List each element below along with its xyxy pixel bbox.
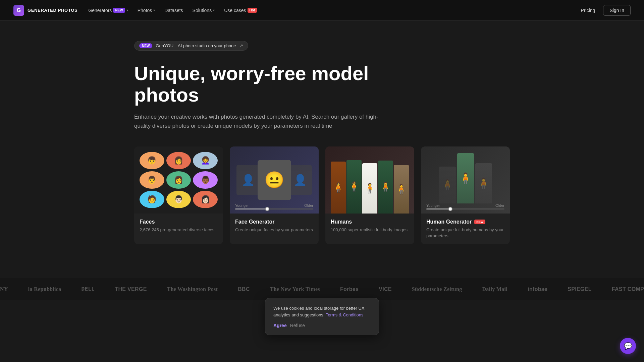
nav-photos[interactable]: Photos ▾ (138, 8, 155, 13)
nav-generators[interactable]: Generators New ▾ (88, 8, 128, 13)
face-5: 👩 (166, 171, 191, 189)
main-content: New GenYOU—AI photo studio on your phone… (121, 21, 523, 278)
cookie-refuse-button[interactable]: Refuse (290, 323, 305, 328)
brands-track: NY la Repubblica DELL THE VERGE The Wash… (0, 286, 644, 292)
human-generator-desc: Create unique full-body humans by your p… (426, 227, 504, 239)
humans-card[interactable]: 🧍 🧍 🧍 🧍 🧍 Humans 100,000 super realistic… (325, 146, 414, 244)
brand-sueddeutsche: Süddeutsche Zeitung (412, 286, 462, 292)
human-3: 🧍 (362, 163, 377, 214)
brand-forbes: Forbes (340, 286, 359, 292)
age-slider-fill (235, 208, 266, 209)
human-gen-slider-labels: Younger Older (426, 203, 504, 207)
human-generator-title: Human Generator New (426, 219, 504, 225)
brand-washingtonpost: The Washington Post (167, 286, 218, 292)
logo[interactable]: G GENERATED PHOTOS (13, 5, 77, 16)
face-gen-main: 😐 (258, 160, 291, 200)
announcement-banner[interactable]: New GenYOU—AI photo studio on your phone… (134, 41, 248, 51)
brand-bbc: BBC (238, 286, 250, 292)
faces-grid: 👦 👩 👩‍🦱 👨 👩 👨🏾 🧑 👨🏻 👩🏻 (134, 146, 223, 214)
face-generator-card-info: Face Generator Create unique faces by yo… (230, 214, 319, 238)
announcement-text: GenYOU—AI photo studio on your phone (156, 43, 236, 48)
announcement-badge: New (139, 43, 152, 48)
brand-dailymail: Daily Mail (482, 286, 507, 292)
human-gen-younger-label: Younger (426, 203, 440, 207)
faces-card-image: 👦 👩 👩‍🦱 👨 👩 👨🏾 🧑 👨🏻 👩🏻 (134, 146, 223, 214)
logo-text: GENERATED PHOTOS (28, 8, 77, 13)
brand-spiegel: SPIEGEL (568, 286, 592, 292)
brand-infobae: infobae (528, 286, 547, 292)
face-gen-right: 👤 (288, 165, 312, 195)
human-gen-slider-track[interactable] (426, 208, 504, 209)
human-5: 🧍 (394, 165, 409, 214)
cards-grid: 👦 👩 👩‍🦱 👨 👩 👨🏾 🧑 👨🏻 👩🏻 Faces 2,676,245 p… (134, 146, 510, 244)
face-6: 👨🏾 (193, 171, 218, 189)
face-2: 👩 (166, 152, 191, 169)
humans-card-desc: 100,000 super realistic full-body images (331, 227, 409, 233)
face-generator-card[interactable]: 👤 😐 👤 Younger Older (230, 146, 319, 244)
usecases-badge: Hot (248, 8, 257, 13)
faces-card-info: Faces 2,676,245 pre-generated diverse fa… (134, 214, 223, 238)
brand-fastcompany: FAST COMPANY (612, 286, 644, 292)
solutions-chevron: ▾ (213, 8, 215, 12)
face-generator-image: 👤 😐 👤 Younger Older (230, 146, 319, 214)
brand-newyorktimes: The New York Times (270, 286, 320, 292)
cookie-banner: We use cookies and local storage for bet… (265, 298, 379, 335)
face-gen-bg: 👤 😐 👤 Younger Older (230, 146, 319, 214)
navbar: G GENERATED PHOTOS Generators New ▾ Phot… (0, 0, 644, 21)
brands-section: NY la Repubblica DELL THE VERGE The Wash… (0, 278, 644, 300)
nav-items: Generators New ▾ Photos ▾ Datasets Solut… (88, 8, 257, 13)
chat-icon: 💬 (624, 342, 632, 350)
hero-subtitle: Enhance your creative works with photos … (134, 112, 389, 130)
humans-card-title: Humans (331, 219, 409, 225)
face-generator-title: Face Generator (235, 219, 313, 225)
human-gen-figure-2: 🧍 (475, 163, 492, 203)
cookie-buttons: Agree Refuse (273, 323, 371, 328)
human-generator-image: 🧍 🧍 🧍 Younger Older (421, 146, 510, 214)
brand-dell: DELL (82, 286, 95, 292)
humans-card-info: Humans 100,000 super realistic full-body… (325, 214, 414, 238)
generators-chevron: ▾ (126, 8, 128, 12)
face-7: 🧑 (140, 191, 164, 208)
face-generator-desc: Create unique faces by your parameters (235, 227, 313, 233)
face-gen-left: 👤 (236, 165, 260, 195)
nav-solutions[interactable]: Solutions ▾ (193, 8, 215, 13)
age-slider-track[interactable] (235, 208, 313, 209)
nav-pricing[interactable]: Pricing (581, 8, 595, 13)
chat-button[interactable]: 💬 (620, 338, 636, 354)
face-9: 👩🏻 (193, 191, 218, 208)
face-3: 👩‍🦱 (193, 152, 218, 169)
face-4: 👨 (140, 171, 164, 189)
faces-card-desc: 2,676,245 pre-generated diverse faces (140, 227, 218, 233)
human-gen-figure-1: 🧍 (457, 153, 474, 203)
brand-ny: NY (0, 286, 8, 292)
humans-bg: 🧍 🧍 🧍 🧍 🧍 (325, 146, 414, 214)
human-gen-slider-fill (426, 208, 450, 209)
cookie-terms-link[interactable]: Terms & Conditions (326, 312, 364, 317)
face-1: 👦 (140, 152, 164, 169)
brand-larepubblica-1: la Repubblica (28, 286, 61, 292)
cookie-agree-button[interactable]: Agree (273, 323, 287, 328)
human-4: 🧍 (378, 161, 393, 214)
faces-card-title: Faces (140, 219, 218, 225)
human-1: 🧍 (331, 162, 346, 214)
face-8: 👨🏻 (166, 191, 191, 208)
human-gen-slider-thumb (448, 207, 452, 211)
logo-icon: G (13, 5, 24, 16)
generators-badge: New (113, 8, 125, 13)
nav-datasets[interactable]: Datasets (164, 8, 183, 13)
younger-label: Younger (235, 203, 249, 207)
age-slider-thumb (265, 207, 269, 211)
older-label: Older (304, 203, 313, 207)
age-slider: Younger Older (235, 203, 313, 209)
signin-button[interactable]: Sign In (603, 5, 631, 16)
nav-usecases[interactable]: Use cases Hot (224, 8, 257, 13)
photos-chevron: ▾ (153, 8, 155, 12)
human-generator-card[interactable]: 🧍 🧍 🧍 Younger Older (421, 146, 510, 244)
human-gen-figure-3: 🧍 (439, 167, 456, 203)
faces-card[interactable]: 👦 👩 👩‍🦱 👨 👩 👨🏾 🧑 👨🏻 👩🏻 Faces 2,676,245 p… (134, 146, 223, 244)
human-gen-age-slider: Younger Older (426, 203, 504, 209)
announcement-arrow-icon: ↗ (239, 43, 243, 48)
human-gen-older-label: Older (495, 203, 504, 207)
human-2: 🧍 (346, 160, 362, 214)
cookie-text: We use cookies and local storage for bet… (273, 305, 371, 318)
